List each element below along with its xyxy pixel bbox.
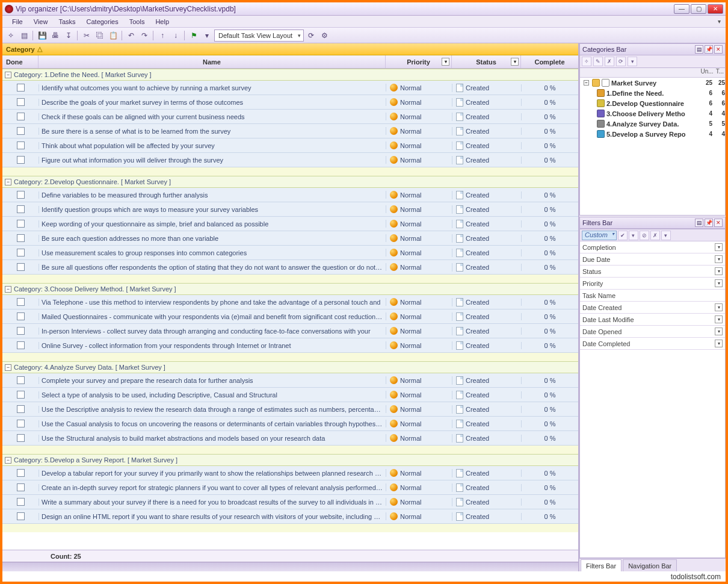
done-checkbox[interactable]	[17, 327, 25, 335]
toolbar-copy-icon[interactable]: ⿻	[94, 30, 106, 42]
menu-help[interactable]: Help	[150, 17, 174, 26]
toolbar-dropdown-icon[interactable]: ▾	[201, 30, 213, 42]
done-checkbox[interactable]	[17, 498, 25, 506]
done-checkbox[interactable]	[17, 141, 25, 149]
task-row[interactable]: Create an in-depth survey report for str…	[2, 480, 578, 495]
task-row[interactable]: Mailed Questionnaires - communicate with…	[2, 309, 578, 324]
tree-item[interactable]: 2.Develop Questionnaire66	[580, 98, 725, 108]
task-row[interactable]: In-person Interviews - collect survey da…	[2, 324, 578, 338]
menu-chevron-icon[interactable]: ▾	[718, 18, 721, 25]
tree-item[interactable]: 1.Define the Need.66	[580, 88, 725, 98]
filter-row[interactable]: Date Opened▾	[580, 326, 725, 338]
task-row[interactable]: Select a type of analysis to be used, in…	[2, 388, 578, 402]
filter-dropdown-icon[interactable]: ▾	[715, 255, 723, 263]
filter-clear-icon[interactable]: ⊘	[640, 231, 649, 240]
filter-save-icon[interactable]: ✔	[618, 231, 628, 240]
task-row[interactable]: Via Telephone - use this method to inter…	[2, 295, 578, 309]
toolbar-paste-icon[interactable]: 📋	[107, 30, 119, 42]
menu-file[interactable]: File	[7, 17, 28, 26]
menu-tools[interactable]: Tools	[125, 17, 150, 26]
toolbar-print-icon[interactable]: 🖶	[49, 30, 61, 42]
tree-item[interactable]: 4.Analyze Survey Data.55	[580, 119, 725, 129]
collapse-icon[interactable]: −	[5, 286, 11, 293]
tree-root[interactable]: − Market Survey 25 25	[580, 78, 725, 88]
task-row[interactable]: Keep wording of your questionnaire as si…	[2, 217, 578, 231]
task-row[interactable]: Identify what outcomes you want to achie…	[2, 81, 578, 95]
filter-dropdown-icon[interactable]: ▾	[715, 315, 723, 323]
collapse-icon[interactable]: −	[584, 80, 589, 85]
toolbar-new-icon[interactable]: ✧	[5, 30, 17, 42]
toolbar-open-icon[interactable]: ▤	[18, 30, 30, 42]
task-row[interactable]: Use the Structural analysis to build mar…	[2, 431, 578, 446]
done-checkbox[interactable]	[17, 220, 25, 228]
done-checkbox[interactable]	[17, 434, 25, 442]
filter-preset-combo[interactable]: Custom	[582, 231, 617, 240]
done-checkbox[interactable]	[17, 98, 25, 106]
group-header[interactable]: −Category: 4.Analyze Survey Data. [ Mark…	[2, 361, 578, 373]
panel-pin-icon[interactable]: 📌	[705, 45, 713, 54]
done-checkbox[interactable]	[17, 391, 25, 399]
collapse-icon[interactable]: −	[5, 364, 11, 371]
filter-row[interactable]: Completion▾	[580, 241, 725, 253]
done-checkbox[interactable]	[17, 312, 25, 320]
filter-row[interactable]: Date Created▾	[580, 302, 725, 314]
minimize-button[interactable]: —	[674, 4, 689, 14]
toolbar-undo-icon[interactable]: ↶	[125, 30, 137, 42]
filter-delete-icon[interactable]: ✗	[650, 231, 660, 240]
done-checkbox[interactable]	[17, 298, 25, 306]
done-checkbox[interactable]	[17, 127, 25, 135]
task-row[interactable]: Write a summary about your survey if the…	[2, 495, 578, 509]
menu-tasks[interactable]: Tasks	[54, 17, 80, 26]
filters-panel-header[interactable]: Filters Bar ▤ 📌 ✕	[579, 217, 726, 229]
task-row[interactable]: Design an online HTML report if you want…	[2, 509, 578, 524]
panel-pin-icon[interactable]: 📌	[705, 219, 713, 227]
toolbar-down-icon[interactable]: ↓	[170, 30, 182, 42]
panel-close-icon[interactable]: ✕	[714, 219, 723, 227]
toolbar-flag-icon[interactable]: ⚑	[188, 30, 200, 42]
col-status[interactable]: Status▾	[452, 55, 521, 68]
task-row[interactable]: Complete your survey and prepare the res…	[2, 373, 578, 388]
task-row[interactable]: Define variables to be measured through …	[2, 188, 578, 202]
col-complete[interactable]: Complete	[521, 55, 578, 68]
panel-menu-icon[interactable]: ▤	[695, 219, 703, 227]
categories-tree[interactable]: Un...T... − Market Survey 25 25 1.Define…	[579, 67, 726, 216]
group-header[interactable]: −Category: 3.Choose Delivery Method. [ M…	[2, 283, 578, 295]
cat-more-icon[interactable]: ▾	[628, 57, 637, 66]
filter-more-icon[interactable]: ▾	[661, 231, 671, 240]
done-checkbox[interactable]	[17, 156, 25, 164]
done-checkbox[interactable]	[17, 113, 25, 120]
collapse-icon[interactable]: −	[5, 72, 11, 78]
task-row[interactable]: Think about what population will be affe…	[2, 138, 578, 153]
done-checkbox[interactable]	[17, 405, 25, 413]
horizontal-scrollbar[interactable]	[2, 562, 578, 571]
filter-dropdown-icon[interactable]: ▾	[715, 340, 723, 347]
tab-filters-bar[interactable]: Filters Bar	[581, 559, 622, 571]
done-checkbox[interactable]	[17, 469, 25, 477]
cat-edit-icon[interactable]: ✎	[593, 57, 603, 66]
task-row[interactable]: Use the Casual analysis to focus on unco…	[2, 417, 578, 431]
menu-categories[interactable]: Categories	[82, 17, 123, 26]
filter-row[interactable]: Due Date▾	[580, 253, 725, 266]
grid-body[interactable]: −Category: 1.Define the Need. [ Market S…	[2, 69, 578, 550]
filter-dropdown-icon[interactable]: ▾	[715, 303, 723, 311]
toolbar-up-icon[interactable]: ↑	[156, 30, 168, 42]
group-header[interactable]: −Category: 1.Define the Need. [ Market S…	[2, 69, 578, 81]
toolbar-cut-icon[interactable]: ✂	[81, 30, 93, 42]
toolbar-gear-icon[interactable]: ⚙	[318, 30, 330, 42]
task-row[interactable]: Be sure each question addresses no more …	[2, 231, 578, 246]
done-checkbox[interactable]	[17, 84, 25, 92]
close-button[interactable]: ✕	[708, 4, 723, 14]
cat-delete-icon[interactable]: ✗	[605, 57, 614, 66]
done-checkbox[interactable]	[17, 234, 25, 242]
task-row[interactable]: Use measurement scales to group response…	[2, 246, 578, 260]
done-checkbox[interactable]	[17, 191, 25, 199]
group-by-strip[interactable]: Category △	[2, 43, 578, 55]
filter-row[interactable]: Status▾	[580, 266, 725, 278]
group-header[interactable]: −Category: 2.Develop Questionnaire. [ Ma…	[2, 176, 578, 188]
toolbar-redo-icon[interactable]: ↷	[138, 30, 150, 42]
done-checkbox[interactable]	[17, 341, 25, 349]
done-checkbox[interactable]	[17, 263, 25, 271]
menu-view[interactable]: View	[29, 17, 53, 26]
filter-dropdown-icon[interactable]: ▾	[511, 58, 519, 66]
panel-menu-icon[interactable]: ▤	[695, 45, 703, 54]
